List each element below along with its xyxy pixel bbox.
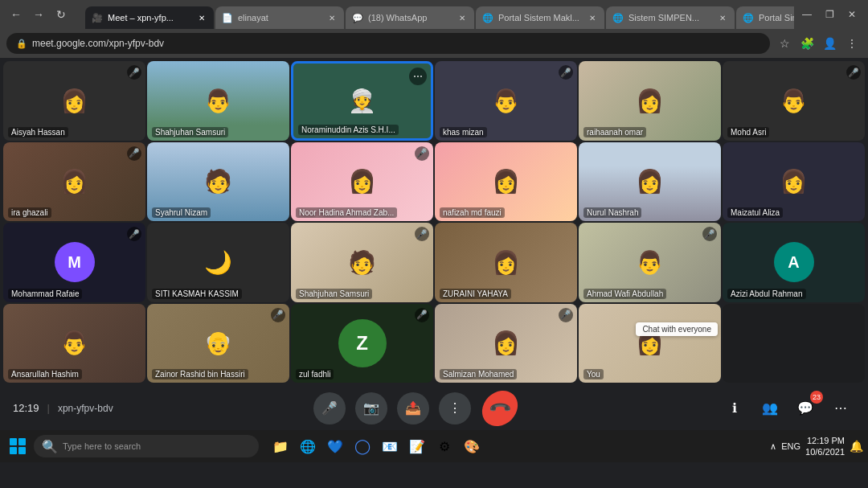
video-cell-you: 👩 You Chat with everyone [579, 304, 721, 383]
activities-button[interactable]: ⋯ [826, 394, 855, 423]
mute-aisyah: 🎤 [127, 65, 141, 80]
tabs-row: ← → ↻ 🎥 Meet – xpn-yfp... ✕ 📄 elinayat ✕… [0, 0, 868, 29]
tab-portal1[interactable]: 🌐 Portal Sistem Makl... ✕ [476, 6, 604, 29]
taskbar-chrome[interactable]: 🌐 [296, 434, 320, 458]
mic-button[interactable]: 🎤 [313, 392, 346, 424]
address-row: 🔒 meet.google.com/xpn-yfpv-bdv ☆ 🧩 👤 ⋮ [0, 29, 868, 58]
tab-whatsapp[interactable]: 💬 (18) WhatsApp ✕ [346, 6, 474, 29]
restore-button[interactable]: ❐ [820, 5, 839, 24]
camera-button[interactable]: 📷 [355, 392, 387, 424]
video-grid: 👩 🎤 Aisyah Hassan 👨 Shahjuhan Samsuri 👳 … [0, 58, 868, 386]
mute-mohd: 🎤 [846, 65, 861, 80]
avatar-rafaie: M [55, 242, 95, 282]
tab-portal1-title: Portal Sistem Makl... [498, 13, 582, 23]
video-cell-shahjuhan1: 👨 Shahjuhan Samsuri [147, 61, 289, 141]
taskbar-settings[interactable]: ⚙ [432, 434, 457, 458]
address-bar[interactable]: 🔒 meet.google.com/xpn-yfpv-bdv [6, 33, 770, 54]
participant-name-shahjuhan1: Shahjuhan Samsuri [152, 127, 228, 137]
whatsapp-favicon: 💬 [352, 12, 363, 23]
video-cell-khas: 👨 🎤 khas mizan [435, 61, 577, 141]
taskbar-chrome2[interactable]: ◯ [350, 434, 375, 458]
taskbar-right: ∧ ENG 12:19 PM 10/6/2021 🔔 [770, 435, 863, 458]
search-icon: 🔍 [42, 439, 58, 454]
tab-elinayat-close[interactable]: ✕ [326, 12, 338, 23]
tab-whatsapp-title: (18) WhatsApp [368, 13, 452, 23]
participant-name-ansarullah: Ansarullah Hashim [8, 369, 82, 379]
clock: 12:19 PM 10/6/2021 [805, 435, 845, 458]
taskbar-search[interactable]: 🔍 Type here to search [34, 435, 259, 457]
tab-elinayat[interactable]: 📄 elinayat ✕ [215, 6, 344, 29]
video-cell-mohd: 👨 🎤 Mohd Asri [723, 61, 865, 141]
mute-zainor: 🎤 [271, 308, 285, 322]
meet-controls: 🎤 📷 📤 ⋮ 📞 [313, 392, 519, 424]
participant-name-zainor: Zainor Rashid bin Hassiri [152, 369, 248, 379]
tab-sistem[interactable]: 🌐 Sistem SIMPEN... ✕ [606, 6, 735, 29]
video-cell-nafizah: 👩 nafizah md fauzi [435, 142, 577, 222]
participant-name-nafizah: nafizah md fauzi [440, 207, 505, 218]
video-cell-shahjuhan2: 🧑 🎤 Shahjuhan Samsuri [291, 223, 433, 302]
mute-khas: 🎤 [559, 65, 573, 80]
participant-name-zuraini: ZURAINI YAHAYA [440, 289, 511, 299]
forward-button[interactable]: → [29, 5, 48, 24]
avatar-azizi: A [774, 242, 814, 282]
participant-name-shahjuhan2: Shahjuhan Samsuri [296, 289, 372, 299]
tab-meet[interactable]: 🎥 Meet – xpn-yfp... ✕ [85, 6, 214, 29]
participant-name-aisyah: Aisyah Hassan [8, 127, 68, 137]
tab-elinayat-title: elinayat [238, 13, 321, 23]
search-placeholder: Type here to search [63, 441, 141, 451]
profile-icon[interactable]: 👤 [820, 34, 839, 53]
elinayat-favicon: 📄 [222, 12, 233, 23]
mute-ahmad: 🎤 [702, 227, 717, 241]
video-cell-zul: Z 🎤 zul fadhli [291, 304, 433, 383]
video-cell-raihaanah: 👩 raihaanah omar [579, 61, 721, 141]
taskbar-paint[interactable]: 🎨 [460, 434, 484, 458]
tab-portal1-close[interactable]: ✕ [587, 12, 598, 23]
meet-bottom-bar: 12:19 | xpn-yfpv-bdv 🎤 📷 📤 ⋮ 📞 ℹ 👥 💬 23 … [0, 386, 868, 430]
tab-whatsapp-close[interactable]: ✕ [457, 12, 468, 23]
info-button[interactable]: ℹ [720, 394, 749, 423]
people-button[interactable]: 👥 [755, 394, 784, 423]
taskbar-skype[interactable]: 💙 [323, 434, 347, 458]
close-button[interactable]: ✕ [842, 5, 862, 24]
mute-ira: 🎤 [127, 146, 141, 161]
video-cell-zainor: 👴 🎤 Zainor Rashid bin Hassiri [147, 304, 289, 383]
participant-name-noraminuddin: Noraminuddin Azis S.H.I... [298, 125, 399, 135]
notification-icon[interactable]: 🔔 [850, 440, 863, 453]
toolbar-icons: ☆ 🧩 👤 ⋮ [775, 34, 862, 53]
participant-name-noor: Noor Hadina Ahmad Zab... [296, 207, 397, 218]
sistem-favicon: 🌐 [612, 12, 624, 23]
mute-rafaie: 🎤 [127, 227, 141, 241]
tab-meet-close[interactable]: ✕ [196, 12, 207, 23]
tab-portal2-title: Portal Simpeni [759, 13, 794, 23]
separator: | [47, 402, 50, 414]
minimize-button[interactable]: — [797, 5, 817, 24]
more-options-noraminuddin[interactable]: ⋯ [409, 68, 427, 85]
tab-sistem-close[interactable]: ✕ [717, 12, 728, 23]
participant-name-syahrul: Syahrul Nizam [152, 207, 211, 218]
meet-code: xpn-yfpv-bdv [58, 403, 113, 414]
chat-button-wrapper: 💬 23 [791, 394, 820, 423]
bookmark-icon[interactable]: ☆ [775, 34, 794, 53]
taskbar-word[interactable]: 📝 [405, 434, 429, 458]
extensions-icon[interactable]: 🧩 [797, 34, 817, 53]
end-call-button[interactable]: 📞 [475, 383, 525, 433]
taskbar-outlook[interactable]: 📧 [378, 434, 402, 458]
tabs-bar: 🎥 Meet – xpn-yfp... ✕ 📄 elinayat ✕ 💬 (18… [79, 0, 794, 29]
refresh-button[interactable]: ↻ [51, 5, 71, 24]
back-button[interactable]: ← [6, 5, 26, 24]
more-options-button[interactable]: ⋮ [439, 392, 471, 424]
taskbar-apps: 📁 🌐 💙 ◯ 📧 📝 ⚙ 🎨 [268, 434, 484, 458]
start-button[interactable] [5, 433, 31, 459]
mute-zul: 🎤 [415, 308, 429, 322]
participant-name-khas: khas mizan [440, 127, 487, 137]
participant-name-zul: zul fadhli [296, 369, 334, 379]
more-menu-icon[interactable]: ⋮ [842, 34, 862, 53]
tab-portal2[interactable]: 🌐 Portal Simpeni ✕ [736, 6, 794, 29]
participant-name-salmizan: Salmizan Mohamed [440, 369, 517, 379]
chat-tooltip: Chat with everyone [636, 322, 718, 336]
portal1-favicon: 🌐 [482, 12, 493, 23]
present-button[interactable]: 📤 [397, 392, 429, 424]
taskbar-file-explorer[interactable]: 📁 [268, 434, 293, 458]
browser-chrome: ← → ↻ 🎥 Meet – xpn-yfp... ✕ 📄 elinayat ✕… [0, 0, 868, 58]
tray-up-arrow[interactable]: ∧ [770, 441, 776, 452]
